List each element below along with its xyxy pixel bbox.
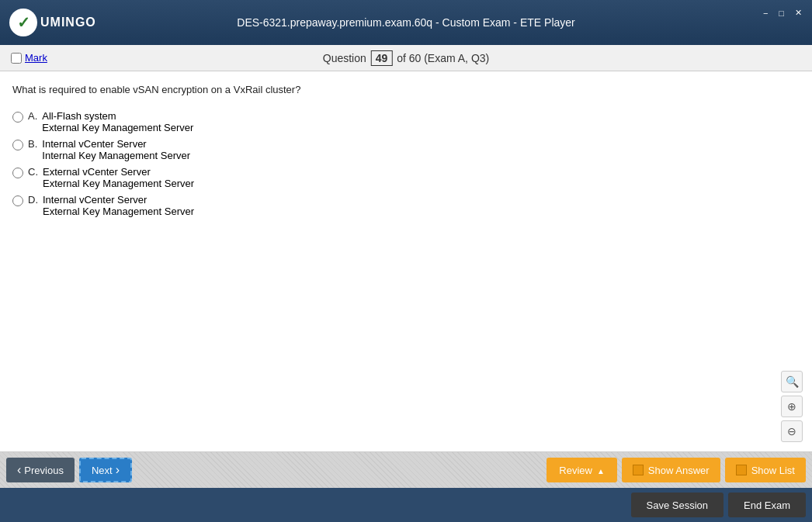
- mark-input[interactable]: [11, 53, 22, 64]
- review-label: Review: [559, 465, 592, 476]
- option-b[interactable]: B. Internal vCenter Server Internal Key …: [12, 136, 800, 164]
- logo-area: ✓ UMINGO: [9, 9, 96, 36]
- next-chevron-icon: [116, 463, 120, 477]
- maximize-button[interactable]: □: [775, 7, 788, 19]
- option-a-text: All-Flash system External Key Management…: [42, 110, 193, 133]
- window-controls: − □ ✕: [759, 6, 806, 19]
- show-list-square-icon: [736, 465, 747, 475]
- review-button[interactable]: Review: [547, 458, 617, 482]
- option-c-line2: External Key Management Server: [43, 178, 194, 189]
- show-answer-label: Show Answer: [648, 465, 710, 476]
- option-b-letter: B.: [28, 138, 37, 150]
- toolbar: Mark Question 49 of 60 (Exam A, Q3): [0, 45, 812, 71]
- show-list-label: Show List: [751, 465, 795, 476]
- option-c-radio[interactable]: [12, 168, 23, 178]
- option-d-text: Internal vCenter Server External Key Man…: [43, 194, 194, 217]
- question-text: What is required to enable vSAN encrypti…: [12, 84, 800, 95]
- option-c[interactable]: C. External vCenter Server External Key …: [12, 164, 800, 192]
- mark-checkbox[interactable]: Mark: [11, 52, 47, 64]
- show-answer-button[interactable]: Show Answer: [622, 458, 720, 482]
- close-button[interactable]: ✕: [791, 6, 806, 19]
- option-a[interactable]: A. All-Flash system External Key Managem…: [12, 108, 800, 136]
- save-session-button[interactable]: Save Session: [631, 493, 724, 517]
- logo-text: UMINGO: [40, 16, 96, 29]
- option-a-letter: A.: [28, 110, 37, 122]
- question-area: What is required to enable vSAN encrypti…: [0, 71, 812, 451]
- question-of: of 60 (Exam A, Q3): [397, 52, 489, 64]
- option-d[interactable]: D. Internal vCenter Server External Key …: [12, 192, 800, 220]
- option-c-letter: C.: [28, 166, 38, 178]
- zoom-out-button[interactable]: ⊖: [781, 420, 803, 442]
- mark-label[interactable]: Mark: [25, 52, 47, 64]
- option-b-line1: Internal vCenter Server: [42, 138, 190, 150]
- logo-icon: ✓: [9, 9, 37, 36]
- review-arrow-icon: [597, 465, 605, 476]
- previous-button[interactable]: Previous: [6, 458, 75, 482]
- show-answer-square-icon: [633, 465, 644, 475]
- option-d-letter: D.: [28, 194, 38, 206]
- option-d-line2: External Key Management Server: [43, 206, 194, 217]
- option-a-line2: External Key Management Server: [42, 122, 193, 133]
- window-title: DES-6321.prepaway.premium.exam.60q - Cus…: [237, 16, 574, 29]
- option-b-text: Internal vCenter Server Internal Key Man…: [42, 138, 190, 161]
- question-info: Question 49 of 60 (Exam A, Q3): [323, 50, 489, 66]
- question-number: 49: [371, 50, 393, 66]
- next-button[interactable]: Next: [79, 458, 132, 482]
- titlebar: ✓ UMINGO DES-6321.prepaway.premium.exam.…: [0, 0, 812, 45]
- option-b-line2: Internal Key Management Server: [42, 150, 190, 161]
- option-d-line1: Internal vCenter Server: [43, 194, 194, 206]
- option-c-text: External vCenter Server External Key Man…: [43, 166, 194, 189]
- zoom-in-button[interactable]: ⊕: [781, 396, 803, 417]
- next-label: Next: [92, 465, 113, 476]
- end-exam-button[interactable]: End Exam: [728, 493, 806, 517]
- bottom-nav: Previous Next Review Show Answer Show Li…: [0, 452, 812, 488]
- prev-chevron-icon: [17, 463, 21, 477]
- minimize-button[interactable]: −: [759, 7, 772, 19]
- question-label: Question: [323, 52, 366, 64]
- previous-label: Previous: [24, 465, 64, 476]
- option-b-radio[interactable]: [12, 140, 23, 150]
- options-list: A. All-Flash system External Key Managem…: [12, 108, 800, 220]
- option-d-radio[interactable]: [12, 195, 23, 206]
- bottom-actions: Save Session End Exam: [0, 488, 812, 522]
- option-c-line1: External vCenter Server: [43, 166, 194, 178]
- option-a-line1: All-Flash system: [42, 110, 193, 122]
- main-content: What is required to enable vSAN encrypti…: [0, 71, 812, 452]
- option-a-radio[interactable]: [12, 112, 23, 123]
- show-list-button[interactable]: Show List: [725, 458, 806, 482]
- search-button[interactable]: 🔍: [781, 371, 803, 392]
- zoom-controls: 🔍 ⊕ ⊖: [781, 371, 803, 442]
